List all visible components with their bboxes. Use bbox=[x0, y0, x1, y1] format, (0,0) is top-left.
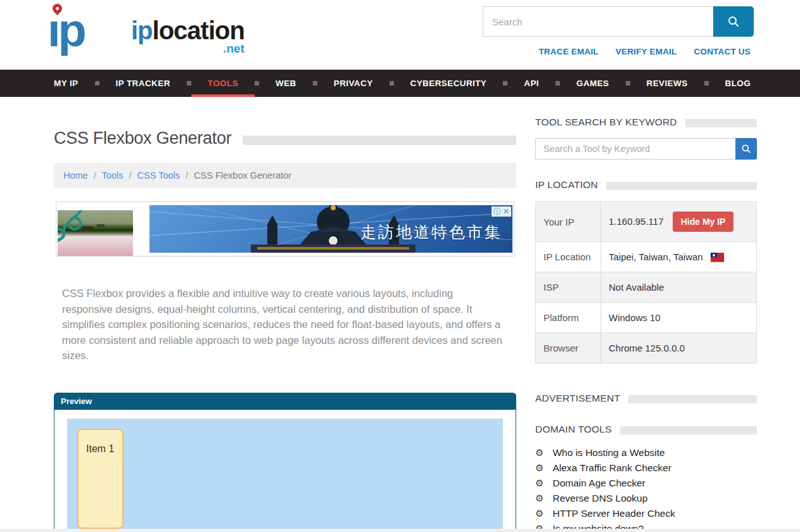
ad-main-image[interactable]: 走訪地道特色市集 ⓘ ✕ bbox=[149, 205, 512, 253]
flexbox-preview-container: Item 1 bbox=[67, 419, 503, 532]
preview-panel-header: Preview bbox=[54, 393, 516, 410]
header-search-button[interactable] bbox=[713, 6, 754, 37]
tool-description: CSS Flexbox provides a flexible and intu… bbox=[62, 286, 505, 364]
nav-separator bbox=[626, 81, 630, 86]
preview-panel-body: Item 1 bbox=[54, 410, 516, 532]
tool-link[interactable]: Alexa Traffic Rank Checker bbox=[552, 462, 671, 474]
tool-search-input[interactable] bbox=[535, 138, 735, 160]
nav-item-reviews[interactable]: REVIEWS bbox=[647, 70, 688, 97]
breadcrumb-separator: / bbox=[186, 170, 188, 180]
isp-value: Not Available bbox=[601, 272, 757, 303]
row-label: Browser bbox=[536, 333, 601, 364]
breadcrumb: Home / Tools / CSS Tools / CSS Flexbox G… bbox=[54, 163, 516, 188]
list-item[interactable]: ⚙ Who is Hosting a Website bbox=[535, 447, 757, 459]
nav-item-web[interactable]: WEB bbox=[276, 70, 296, 97]
list-item[interactable]: ⚙ Alexa Traffic Rank Checker bbox=[535, 462, 757, 474]
ad-headline: 走訪地道特色市集 bbox=[360, 222, 502, 243]
tool-link[interactable]: Who is Hosting a Website bbox=[552, 447, 664, 459]
ip-location-heading: IP LOCATION bbox=[535, 179, 598, 191]
gear-icon: ⚙ bbox=[535, 509, 543, 519]
nav-item-my-ip[interactable]: MY IP bbox=[54, 70, 79, 97]
row-label: Your IP bbox=[536, 202, 601, 242]
table-row: IP Location Taipei, Taiwan, Taiwan bbox=[536, 242, 757, 272]
ip-location-table: Your IP 1.160.95.117 Hide My IP IP Locat… bbox=[535, 201, 757, 364]
row-label: IP Location bbox=[536, 242, 601, 272]
site-logo[interactable]: ıp iplocation .net bbox=[48, 5, 244, 56]
table-row: ISP Not Available bbox=[536, 272, 757, 303]
nav-item-privacy[interactable]: PRIVACY bbox=[334, 70, 373, 97]
nav-separator bbox=[255, 81, 259, 86]
tool-link[interactable]: HTTP Server Header Check bbox=[552, 508, 675, 519]
gear-icon: ⚙ bbox=[535, 493, 543, 504]
ip-location-value: Taipei, Taiwan, Taiwan bbox=[609, 251, 703, 262]
nav-item-tools[interactable]: TOOLS bbox=[191, 70, 255, 97]
nav-item-blog[interactable]: BLOG bbox=[725, 70, 751, 97]
domain-tools-list: ⚙ Who is Hosting a Website ⚙ Alexa Traff… bbox=[535, 447, 757, 532]
footer-section-edge bbox=[0, 529, 800, 532]
tool-search bbox=[535, 138, 757, 160]
table-row: Your IP 1.160.95.117 Hide My IP bbox=[536, 202, 757, 242]
nav-item-games[interactable]: GAMES bbox=[576, 70, 609, 97]
tool-search-heading: TOOL SEARCH BY KEYWORD bbox=[535, 117, 677, 128]
gear-icon: ⚙ bbox=[535, 478, 543, 488]
nav-item-api[interactable]: API bbox=[524, 70, 539, 97]
nav-item-cybersecurity[interactable]: CYBERSECURITY bbox=[410, 70, 487, 97]
search-icon bbox=[727, 15, 740, 28]
header-search-input[interactable] bbox=[483, 6, 713, 37]
verify-email-link[interactable]: VERIFY EMAIL bbox=[616, 47, 677, 56]
row-label: Platform bbox=[536, 303, 601, 333]
nav-separator bbox=[390, 81, 394, 86]
hide-my-ip-button[interactable]: Hide My IP bbox=[673, 212, 734, 232]
gear-icon: ⚙ bbox=[535, 448, 543, 458]
nav-separator bbox=[313, 81, 317, 86]
site-header: ıp iplocation .net TRACE EMAIL VERIFY EM… bbox=[0, 0, 800, 70]
breadcrumb-tools[interactable]: Tools bbox=[102, 170, 124, 180]
flexbox-preview-item[interactable]: Item 1 bbox=[77, 429, 124, 529]
table-row: Browser Chrome 125.0.0.0 bbox=[536, 333, 757, 364]
breadcrumb-home[interactable]: Home bbox=[63, 170, 88, 180]
tool-link[interactable]: Domain Age Checker bbox=[552, 478, 645, 489]
nav-item-ip-tracker[interactable]: IP TRACKER bbox=[116, 70, 170, 97]
nav-separator bbox=[95, 81, 99, 86]
tool-link[interactable]: Reverse DNS Lookup bbox=[552, 493, 647, 504]
search-icon bbox=[741, 144, 751, 154]
list-item[interactable]: ⚙ Reverse DNS Lookup bbox=[535, 493, 757, 504]
browser-value: Chrome 125.0.0.0 bbox=[601, 333, 757, 364]
logo-mark: ıp bbox=[48, 5, 130, 56]
breadcrumb-css-tools[interactable]: CSS Tools bbox=[137, 170, 180, 180]
heading-decoration-bar bbox=[685, 119, 757, 127]
tool-search-button[interactable] bbox=[735, 138, 757, 160]
main-column: CSS Flexbox Generator Home / Tools / CSS… bbox=[54, 97, 516, 532]
title-decoration-bar bbox=[243, 136, 516, 145]
gear-icon: ⚙ bbox=[535, 463, 543, 473]
nav-separator bbox=[556, 81, 560, 86]
list-item[interactable]: ⚙ HTTP Server Header Check bbox=[535, 508, 757, 519]
ad-close-icon[interactable]: ✕ bbox=[503, 206, 509, 217]
sidebar: TOOL SEARCH BY KEYWORD IP LOCATION bbox=[535, 97, 757, 532]
main-nav: MY IP IP TRACKER TOOLS WEB PRIVACY CYBER… bbox=[0, 70, 800, 97]
heading-decoration-bar bbox=[606, 182, 757, 190]
heading-decoration-bar bbox=[628, 395, 757, 403]
platform-value: Windows 10 bbox=[601, 303, 757, 333]
advertisement-heading: ADVERTISEMENT bbox=[535, 393, 620, 404]
domain-tools-heading: DOMAIN TOOLS bbox=[535, 424, 612, 435]
ad-left-image[interactable] bbox=[58, 210, 133, 256]
breadcrumb-separator: / bbox=[129, 170, 132, 180]
nav-separator bbox=[503, 81, 507, 86]
preview-panel: Preview Item 1 bbox=[54, 393, 516, 532]
taiwan-flag-icon bbox=[711, 253, 724, 262]
page-title: CSS Flexbox Generator bbox=[54, 129, 231, 148]
ad-banner[interactable]: 走訪地道特色市集 ⓘ ✕ bbox=[56, 201, 514, 256]
ad-info-icon[interactable]: ⓘ bbox=[493, 206, 501, 217]
logo-name-location: location bbox=[153, 16, 244, 44]
trace-email-link[interactable]: TRACE EMAIL bbox=[538, 47, 598, 56]
table-row: Platform Windows 10 bbox=[536, 303, 757, 333]
list-item[interactable]: ⚙ Domain Age Checker bbox=[535, 478, 757, 489]
contact-us-link[interactable]: CONTACT US bbox=[694, 47, 751, 56]
logo-name-ip: ip bbox=[131, 16, 153, 44]
your-ip-value: 1.160.95.117 bbox=[609, 216, 663, 227]
row-label: ISP bbox=[536, 272, 601, 303]
breadcrumb-current: CSS Flexbox Generator bbox=[194, 170, 291, 180]
header-search bbox=[483, 6, 754, 37]
nav-separator bbox=[704, 81, 709, 86]
